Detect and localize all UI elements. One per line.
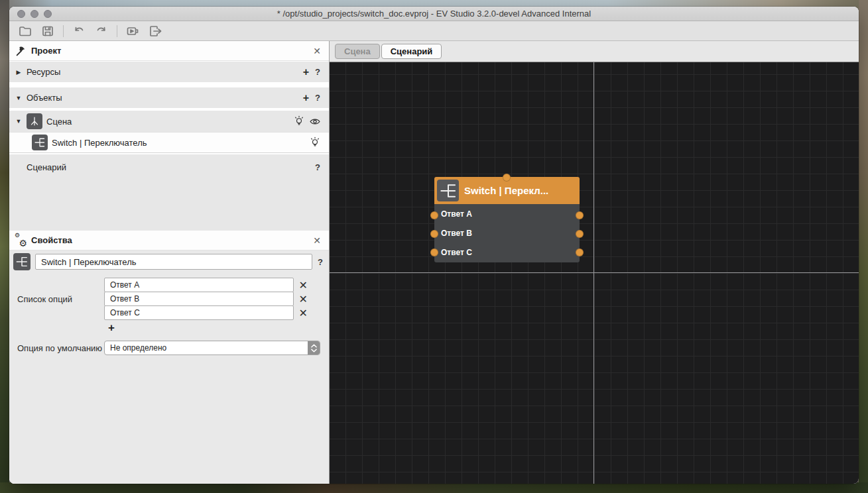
lightbulb-icon[interactable]	[309, 137, 321, 148]
canvas-axis-horizontal	[330, 272, 859, 273]
scenario-label: Сценарий	[27, 162, 66, 172]
canvas-column: Сцена Сценарий Switch |	[329, 41, 859, 484]
canvas-axis-vertical	[593, 62, 594, 484]
tree-row-switch[interactable]: Switch | Переключатель	[9, 132, 329, 153]
scenario-help-button[interactable]: ?	[314, 162, 321, 172]
wallpaper-bottom	[0, 482, 868, 493]
properties-panel-title: Свойства	[31, 235, 72, 245]
option-input-2[interactable]	[104, 292, 294, 306]
window-title: * /opt/studio_projects/switch_doc.evproj…	[9, 9, 859, 19]
tree-row-scene[interactable]: ▼ Сцена	[9, 111, 329, 132]
add-resource-button[interactable]: +	[302, 66, 310, 78]
options-list-label: Список опций	[13, 278, 104, 320]
switch-node[interactable]: Switch | Перекл... Ответ A Ответ B Ответ…	[434, 177, 580, 262]
switch-node-body: Ответ A Ответ B Ответ C	[434, 204, 580, 262]
default-option-label: Опция по умолчанию	[13, 343, 104, 353]
properties-body: ? Список опций ✕ ✕	[9, 250, 329, 484]
switch-object-icon	[32, 135, 48, 150]
toolbar-separator	[63, 25, 64, 37]
redo-icon	[94, 24, 109, 38]
option-input-3[interactable]	[104, 305, 294, 320]
node-port-input-a[interactable]	[430, 211, 438, 219]
add-option-button[interactable]: +	[108, 322, 119, 333]
name-help-button[interactable]: ?	[317, 257, 324, 267]
export-button[interactable]	[146, 23, 164, 39]
select-stepper-icon	[308, 341, 320, 355]
chevron-down-icon[interactable]: ▼	[15, 118, 23, 125]
node-port-output-a[interactable]	[576, 211, 584, 219]
scene-object-icon	[27, 113, 42, 129]
toolbar	[9, 21, 859, 41]
folder-icon	[18, 24, 32, 38]
app-window: * /opt/studio_projects/switch_doc.evproj…	[9, 7, 859, 484]
save-icon	[40, 24, 55, 38]
save-button[interactable]	[38, 23, 57, 39]
node-row-option-a: Ответ A	[434, 204, 580, 223]
tree-row-objects[interactable]: ▼ Объекты + ?	[9, 87, 329, 108]
eye-icon[interactable]	[309, 115, 321, 127]
remove-option-1-button[interactable]: ✕	[299, 280, 308, 291]
switch-label: Switch | Переключатель	[52, 138, 147, 148]
properties-panel-header: ⚙ ⚙ Свойства ✕	[9, 231, 329, 250]
switch-node-title: Switch | Перекл...	[464, 185, 548, 196]
option-input-1[interactable]	[104, 278, 294, 292]
toolbar-separator	[117, 25, 117, 37]
chevron-right-icon[interactable]: ▶	[15, 69, 23, 76]
title-bar[interactable]: * /opt/studio_projects/switch_doc.evproj…	[9, 7, 859, 21]
export-icon	[148, 24, 162, 38]
tree-row-scenario[interactable]: Сценарий ?	[9, 154, 329, 231]
switch-object-icon	[437, 180, 459, 201]
remove-option-2-button[interactable]: ✕	[299, 294, 308, 305]
redo-button[interactable]	[92, 23, 111, 39]
node-port-output-c[interactable]	[576, 248, 584, 256]
chevron-down-icon[interactable]: ▼	[15, 95, 23, 101]
resources-label: Ресурсы	[27, 67, 60, 77]
object-name-input[interactable]	[35, 254, 312, 270]
lightbulb-icon[interactable]	[293, 115, 305, 127]
undo-icon	[72, 24, 86, 38]
node-port-input-c[interactable]	[430, 248, 438, 256]
switch-object-icon	[13, 253, 31, 270]
node-port-input-b[interactable]	[430, 230, 438, 238]
wallpaper-left	[0, 0, 9, 493]
default-option-select[interactable]: Не определено	[104, 341, 320, 355]
tree-row-resources[interactable]: ▶ Ресурсы + ?	[9, 62, 329, 82]
project-panel-title: Проект	[31, 46, 61, 56]
wallpaper-right	[859, 0, 868, 493]
open-folder-button[interactable]	[16, 23, 34, 39]
undo-button[interactable]	[70, 23, 88, 39]
objects-help-button[interactable]: ?	[314, 93, 321, 103]
add-object-button[interactable]: +	[302, 92, 310, 104]
remove-option-3-button[interactable]: ✕	[299, 308, 308, 319]
scenario-canvas[interactable]: Switch | Перекл... Ответ A Ответ B Ответ…	[330, 62, 859, 484]
hammer-icon	[15, 45, 27, 57]
tab-bar: Сцена Сценарий	[330, 41, 859, 62]
tab-scene[interactable]: Сцена	[335, 44, 380, 59]
default-option-value: Не определено	[105, 343, 308, 353]
node-port-input-top[interactable]	[503, 174, 511, 182]
gears-icon: ⚙ ⚙	[15, 235, 27, 246]
project-panel-header: Проект ✕	[9, 41, 329, 61]
run-preview-icon	[125, 24, 140, 38]
run-preview-button[interactable]	[123, 23, 142, 39]
resources-help-button[interactable]: ?	[314, 67, 321, 77]
close-project-panel-button[interactable]: ✕	[312, 46, 322, 56]
node-row-option-b: Ответ B	[434, 223, 580, 243]
node-port-output-b[interactable]	[576, 230, 584, 238]
tab-scenario[interactable]: Сценарий	[381, 44, 442, 59]
scene-label: Сцена	[46, 117, 72, 127]
left-panel: Проект ✕ ▶ Ресурсы + ? ▼ Объекты + ? ▼	[9, 41, 329, 484]
objects-label: Объекты	[27, 93, 62, 103]
node-row-option-c: Ответ C	[434, 243, 580, 262]
close-properties-panel-button[interactable]: ✕	[312, 235, 322, 246]
